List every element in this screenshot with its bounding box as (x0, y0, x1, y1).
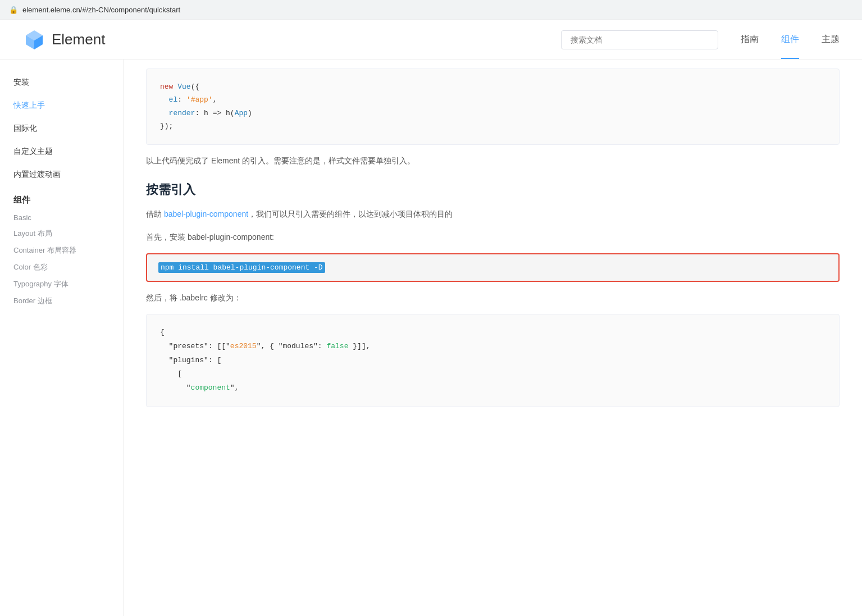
babelrc-line-3: "plugins": [ (160, 354, 825, 368)
sidebar-category-typography[interactable]: Typography 字体 (0, 276, 123, 293)
command-highlight-text: npm install babel-plugin-component -D (158, 262, 325, 273)
description-element-import: 以上代码便完成了 Element 的引入。需要注意的是，样式文件需要单独引入。 (146, 154, 840, 168)
element-logo-icon (22, 28, 46, 52)
nav-item-component[interactable]: 组件 (781, 20, 799, 59)
browser-bar: 🔒 element.eleme.cn/#/zh-CN/component/qui… (0, 0, 862, 20)
sidebar-category-basic[interactable]: Basic (0, 210, 123, 225)
babelrc-line-4: [ (160, 367, 825, 381)
logo[interactable]: Element (22, 28, 105, 52)
sidebar-item-custom-theme[interactable]: 自定义主题 (0, 140, 123, 163)
sidebar-section-title: 组件 (0, 186, 123, 210)
command-block-npm-install: npm install babel-plugin-component -D (146, 253, 840, 282)
sidebar-category-layout[interactable]: Layout 布局 (0, 225, 123, 242)
sidebar-category-color[interactable]: Color 色彩 (0, 259, 123, 276)
sidebar-item-install[interactable]: 安装 (0, 71, 123, 94)
babelrc-line-1: { (160, 326, 825, 340)
logo-text: Element (52, 31, 105, 48)
description-prefix: 借助 (146, 209, 164, 218)
content: new Vue({ el: '#app', render: h => h(App… (124, 60, 862, 616)
sidebar-item-i18n[interactable]: 国际化 (0, 117, 123, 140)
babelrc-code-block: { "presets": [["es2015", { "modules": fa… (146, 314, 840, 407)
section-title-on-demand: 按需引入 (146, 181, 840, 198)
code-block-vue-init: new Vue({ el: '#app', render: h => h(App… (146, 69, 840, 145)
main-layout: 安装 快速上手 国际化 自定义主题 内置过渡动画 组件 Basic Layout… (0, 60, 862, 616)
nav-item-theme[interactable]: 主题 (822, 20, 840, 59)
description-on-demand: 借助 babel-plugin-component，我们可以只引入需要的组件，以… (146, 207, 840, 221)
description-modify-babelrc: 然后，将 .babelrc 修改为： (146, 291, 840, 305)
nav-links: 指南 组件 主题 (741, 20, 840, 59)
sidebar-category-border[interactable]: Border 边框 (0, 293, 123, 309)
babelrc-line-5: "component", (160, 381, 825, 395)
sidebar-item-quickstart[interactable]: 快速上手 (0, 94, 123, 117)
search-input[interactable] (561, 30, 718, 49)
sidebar-item-transition[interactable]: 内置过渡动画 (0, 163, 123, 186)
description-install-babel: 首先，安装 babel-plugin-component: (146, 230, 840, 244)
header: Element 指南 组件 主题 (0, 20, 862, 60)
lock-icon: 🔒 (9, 6, 18, 14)
sidebar: 安装 快速上手 国际化 自定义主题 内置过渡动画 组件 Basic Layout… (0, 60, 124, 616)
search-box[interactable] (561, 30, 718, 49)
description-suffix: ，我们可以只引入需要的组件，以达到减小项目体积的目的 (248, 209, 453, 218)
babelrc-line-2: "presets": [["es2015", { "modules": fals… (160, 340, 825, 354)
url-text: element.eleme.cn/#/zh-CN/component/quick… (22, 6, 180, 14)
babel-plugin-link[interactable]: babel-plugin-component (164, 209, 248, 218)
sidebar-category-container[interactable]: Container 布局容器 (0, 242, 123, 259)
nav-item-guide[interactable]: 指南 (741, 20, 759, 59)
